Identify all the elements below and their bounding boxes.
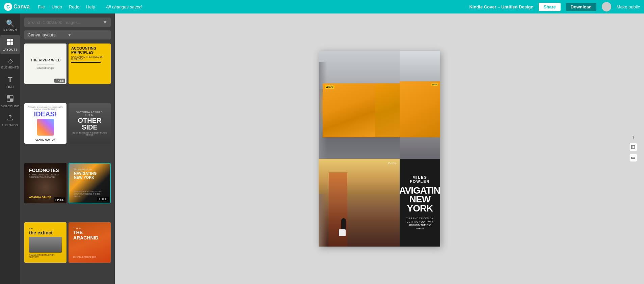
layout-dropdown[interactable]: Canva layouts ▼ [24, 30, 111, 39]
template-accounting[interactable]: ACCOUNTING PRINCIPLES NAVIGATING THE RUL… [69, 44, 111, 84]
template-other-side-subtitle: BOOK THREE OF THE BEST PLACE SERIES [71, 132, 108, 136]
sidebar-item-uploads[interactable]: UPLOADS [0, 111, 20, 130]
cover-author-name: MILES FOWLER [405, 175, 435, 183]
template-extinct[interactable]: the the extinct A MAMMOTH EXTINCTION MYS… [24, 222, 66, 263]
elements-icon: ◇ [8, 58, 13, 64]
dropdown-arrow-icon: ▼ [103, 20, 107, 25]
sidebar-item-search[interactable]: 🔍 SEARCH [0, 16, 20, 35]
book-cover[interactable]: 4K72 7V63 Bowe [319, 51, 440, 247]
redo-menu[interactable]: Redo [66, 3, 82, 11]
text-icon: T [8, 76, 12, 84]
svg-rect-5 [7, 95, 10, 98]
svg-rect-2 [7, 42, 10, 45]
template-arachnid[interactable]: THE THE ARACHNID BY HALLIE MCGREGOR [69, 222, 111, 263]
template-foodnotes-author: AMANDA BAKER [29, 196, 62, 199]
menu-bar: File Undo Redo Help [35, 3, 98, 11]
uploads-icon [6, 114, 14, 122]
sidebar-label-text: TEXT [6, 85, 14, 88]
help-menu[interactable]: Help [83, 3, 98, 11]
layout-dropdown-label: Canva layouts [28, 32, 68, 37]
canva-logo[interactable]: C Canva [4, 3, 30, 11]
template-other-side-author: VICTORIA ARNOLD [71, 111, 108, 113]
bowe-text: Bowe [388, 162, 396, 165]
template-accounting-title: ACCOUNTING PRINCIPLES [71, 46, 108, 54]
cover-main-title-line2: NEW YORK [405, 195, 435, 213]
search-bar[interactable]: ▼ [24, 18, 111, 27]
svg-rect-0 [7, 39, 10, 41]
template-navigating-ny[interactable]: MILES FOWLER NAVIGATING NEW YORK TIPS AN… [69, 163, 111, 203]
search-icon: 🔍 [6, 20, 15, 27]
sidebar-item-layouts[interactable]: LAYOUTS [0, 35, 20, 54]
svg-rect-9 [632, 157, 635, 159]
sidebar-item-elements[interactable]: ◇ ELEMENTS [0, 54, 20, 73]
left-panel: ▼ Canva layouts ▼ THE RIVER WILD Edward … [20, 13, 115, 284]
sidebar-item-text[interactable]: T TEXT [0, 73, 20, 92]
template-ideas-title: IDEAS! [34, 111, 57, 117]
template-grid: THE RIVER WILD Edward Singer FREE ACCOUN… [24, 44, 111, 280]
svg-rect-3 [10, 42, 13, 45]
chevron-down-icon: ▼ [68, 33, 107, 37]
search-input[interactable] [28, 20, 100, 25]
sidebar-label-uploads: UPLOADS [2, 123, 18, 127]
template-foodnotes[interactable]: FOODNOTES A GUIDE ON MAKING PERFECT RECI… [24, 163, 66, 203]
svg-rect-1 [10, 39, 13, 41]
template-ideas[interactable]: A thought-provoking novel exploring the … [24, 103, 66, 144]
template-river-wild[interactable]: THE RIVER WILD Edward Singer FREE [24, 44, 66, 84]
background-icon [6, 95, 14, 103]
template-nny-title: NAVIGATING NEW YORK [74, 171, 105, 179]
template-extinct-the: the [29, 227, 62, 230]
template-other-side[interactable]: VICTORIA ARNOLD THE OTHER SIDE BOOK THRE… [69, 103, 111, 144]
template-ideas-author: CLAIRE NEWTON [35, 139, 55, 141]
canvas-tools: 1 [629, 136, 637, 162]
sidebar-label-layouts: LAYOUTS [3, 48, 18, 51]
template-accounting-subtitle: NAVIGATING THE RULES OF BUSINESS [71, 56, 108, 60]
canva-wordmark: Canva [14, 4, 30, 10]
template-other-side-the: THE [71, 113, 108, 116]
make-public-button[interactable]: Make public [617, 4, 640, 9]
template-river-wild-title: THE RIVER WILD [30, 58, 61, 62]
template-nny-author: MILES FOWLER [74, 168, 105, 171]
template-river-wild-author: Edward Singer [36, 66, 54, 69]
template-extinct-subtitle: A MAMMOTH EXTINCTION MYSTERY [29, 254, 62, 258]
share-button[interactable]: Share [539, 3, 560, 11]
template-ideas-thought: A thought-provoking novel exploring the … [27, 106, 64, 110]
frame-tool-icon[interactable] [629, 143, 637, 151]
template-foodnotes-subtitle: A GUIDE ON MAKING PERFECT RECIPES FROM S… [29, 174, 62, 179]
template-other-side-title: OTHER SIDE [71, 117, 108, 131]
cover-tagline: TIPS AND TRICKS ON GETTING YOUR WAY AROU… [405, 217, 435, 230]
cover-main-title-line1: NAVIGATING [393, 186, 440, 195]
download-button[interactable]: Download [566, 3, 596, 11]
page-number: 1 [632, 136, 635, 140]
svg-rect-6 [10, 98, 13, 102]
divider [37, 64, 54, 64]
cover-top-left-image: 4K72 [319, 51, 400, 159]
expand-tool-icon[interactable] [629, 154, 637, 162]
save-status: All changes saved [106, 4, 142, 9]
layouts-icon [6, 38, 14, 47]
template-arachnid-author: BY HALLIE MCGREGOR [73, 256, 106, 258]
sidebar-label-background: BKGROUND [1, 105, 20, 108]
free-badge: FREE [54, 79, 65, 83]
sidebar-item-background[interactable]: BKGROUND [0, 92, 20, 111]
document-title: Kindle Cover – Untitled Design [469, 4, 533, 9]
canvas-area: 4K72 7V63 Bowe [115, 13, 644, 284]
template-foodnotes-title: FOODNOTES [29, 168, 62, 173]
svg-rect-8 [632, 146, 634, 148]
template-nny-tagline: TIPS AND TRICKS ON GETTING YOUR WAY AROU… [74, 191, 105, 198]
sidebar-label-elements: ELEMENTS [1, 66, 19, 69]
template-arachnid-title: THE ARACHNID [73, 230, 106, 240]
sidebar-label-search: SEARCH [3, 28, 17, 31]
canva-icon: C [4, 3, 12, 11]
cover-bottom-right-text: MILES FOWLER NAVIGATING NEW YORK TIPS AN… [400, 159, 440, 247]
avatar[interactable] [602, 2, 611, 11]
cover-top-right-image: 7V63 [400, 51, 440, 159]
cover-bottom-left-image: Bowe [319, 159, 400, 247]
top-navigation: C Canva File Undo Redo Help All changes … [0, 0, 644, 13]
template-extinct-title: the extinct [29, 230, 62, 235]
undo-menu[interactable]: Undo [49, 3, 65, 11]
file-menu[interactable]: File [35, 3, 48, 11]
sidebar-icon-panel: 🔍 SEARCH LAYOUTS ◇ ELEMENTS T TEXT B [0, 13, 20, 284]
